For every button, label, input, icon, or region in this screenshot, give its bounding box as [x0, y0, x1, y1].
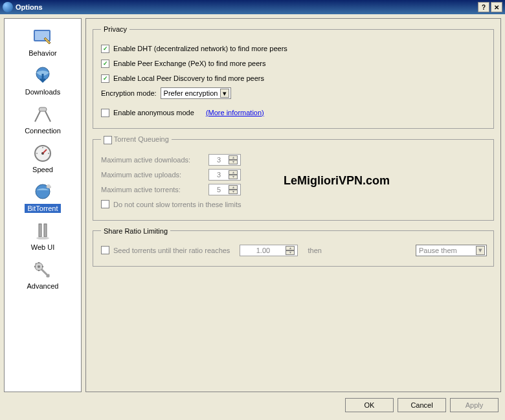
action-value: Pause them [419, 247, 457, 254]
privacy-legend: Privacy [101, 25, 129, 33]
slow-label: Do not count slow torrents in these limi… [113, 201, 241, 208]
more-info-link[interactable]: (More information) [206, 109, 264, 116]
queue-legend: Torrent Queueing [114, 135, 169, 143]
max-dl-input [209, 156, 229, 164]
titlebar: Options ? ✕ [0, 0, 505, 14]
lpd-checkbox[interactable]: ✓ [101, 74, 109, 83]
svg-point-12 [38, 265, 40, 268]
anon-checkbox[interactable] [101, 109, 109, 117]
speed-icon [5, 142, 81, 165]
cancel-button[interactable]: Cancel [398, 398, 446, 412]
max-dl-spin: ▴▾ [208, 154, 241, 166]
svg-rect-1 [35, 31, 49, 40]
chevron-down-icon: ▾ [476, 246, 485, 255]
anon-label: Enable anonymous mode [113, 109, 194, 116]
sidebar: Behavior Downloads Connection Speed BitT… [4, 18, 82, 392]
seed-checkbox[interactable] [101, 246, 109, 254]
sidebar-item-connection[interactable]: Connection [5, 100, 81, 139]
dialog-footer: OK Cancel Apply [0, 396, 505, 414]
encryption-combo[interactable]: Prefer encryption ▾ [161, 87, 232, 99]
sidebar-item-label: Advanced [25, 282, 62, 291]
sidebar-item-label: Behavior [26, 49, 59, 58]
sidebar-item-speed[interactable]: Speed [5, 139, 81, 178]
sidebar-item-webui[interactable]: Web UI [5, 217, 81, 256]
share-legend: Share Ratio Limiting [101, 227, 170, 235]
bittorrent-icon [5, 181, 81, 204]
max-tr-input [209, 186, 229, 193]
queue-group: Torrent Queueing Maximum active download… [93, 135, 494, 221]
dht-checkbox[interactable]: ✓ [101, 45, 109, 53]
svg-point-7 [47, 184, 50, 188]
ok-button[interactable]: OK [345, 398, 394, 412]
app-icon [3, 2, 13, 12]
queue-enable-checkbox[interactable] [104, 136, 112, 144]
sidebar-item-downloads[interactable]: Downloads [5, 61, 81, 100]
seed-label: Seed torrents until their ratio reaches [113, 247, 230, 254]
ratio-spin: ▴▾ [240, 245, 298, 256]
encryption-label: Encryption mode: [101, 89, 157, 97]
share-group: Share Ratio Limiting Seed torrents until… [93, 227, 494, 267]
privacy-group: Privacy ✓ Enable DHT (decentralized netw… [93, 25, 494, 129]
sidebar-item-label: Downloads [23, 87, 63, 96]
encryption-value: Prefer encryption [164, 89, 218, 97]
chevron-down-icon: ▾ [220, 89, 229, 98]
svg-rect-3 [39, 107, 47, 111]
webui-icon [5, 219, 81, 243]
then-label: then [308, 247, 322, 254]
sidebar-item-label: Web UI [28, 243, 57, 252]
sidebar-item-behavior[interactable]: Behavior [5, 23, 81, 61]
max-dl-label: Maximum active downloads: [101, 156, 205, 164]
sidebar-item-advanced[interactable]: Advanced [5, 256, 81, 294]
max-up-spin: ▴▾ [208, 169, 241, 181]
max-up-input [209, 171, 229, 179]
sidebar-item-label: Speed [30, 165, 56, 174]
sidebar-item-label: Connection [22, 126, 63, 135]
window-title: Options [16, 3, 478, 11]
ratio-input [240, 247, 286, 254]
lpd-label: Enable Local Peer Discovery to find more… [113, 74, 264, 82]
behavior-icon [5, 25, 81, 49]
sidebar-item-label: BitTorrent [25, 204, 60, 213]
apply-button[interactable]: Apply [450, 398, 499, 412]
slow-checkbox [101, 200, 109, 208]
pex-label: Enable Peer Exchange (PeX) to find more … [113, 60, 265, 67]
svg-rect-8 [39, 224, 41, 237]
sidebar-item-bittorrent[interactable]: BitTorrent [5, 178, 81, 217]
max-tr-label: Maximum active torrents: [101, 186, 205, 193]
connection-icon [5, 103, 81, 126]
close-button[interactable]: ✕ [491, 2, 502, 12]
help-button[interactable]: ? [478, 2, 489, 12]
dht-label: Enable DHT (decentralized network) to fi… [113, 45, 287, 52]
svg-rect-9 [44, 224, 47, 237]
downloads-icon [5, 64, 81, 87]
svg-point-10 [36, 237, 49, 239]
pex-checkbox[interactable]: ✓ [101, 60, 109, 68]
max-up-label: Maximum active uploads: [101, 171, 205, 179]
action-combo: Pause them ▾ [416, 245, 487, 256]
advanced-icon [5, 258, 81, 282]
max-tr-spin: ▴▾ [208, 184, 241, 195]
main-panel: Privacy ✓ Enable DHT (decentralized netw… [85, 18, 501, 392]
